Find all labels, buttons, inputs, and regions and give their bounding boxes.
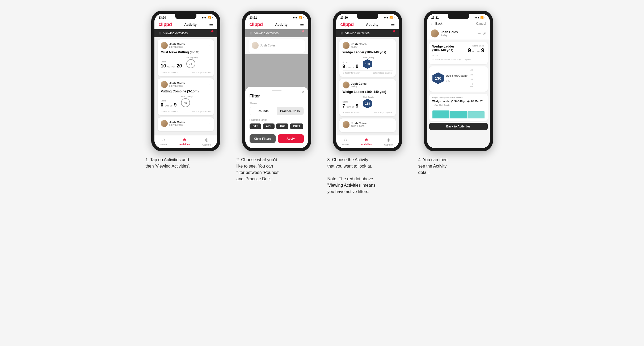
viewing-text-1: Viewing Activities xyxy=(163,31,188,35)
signal-icon-4: ●●● xyxy=(474,16,479,19)
detail-title-block: Wedge Ladder (100–140 yds) Score xyxy=(432,45,461,57)
pill-ott-2[interactable]: OTT xyxy=(250,123,261,129)
red-dot-1 xyxy=(211,30,213,32)
dots-3-1[interactable]: ··· xyxy=(389,43,393,48)
clear-filters-button-2[interactable]: Clear Filters xyxy=(250,134,276,143)
score-label-1-1: Score xyxy=(161,61,182,63)
bottom-nav-1: ⌂ Home ♣ Activities ⊕ Capture xyxy=(154,135,217,148)
activity-card-1-3[interactable]: Josh Coles 28 Feb 2023 ··· xyxy=(158,117,214,131)
scroll-content-1: Josh Coles 28 Feb 2023 ··· Must Make Put… xyxy=(154,37,217,135)
user-info-3-3: Josh Coles 28 Feb 2023 xyxy=(343,121,367,128)
nav-activities-1[interactable]: ♣ Activities xyxy=(179,137,190,146)
chart-area-4: 140 100 50 0 xyxy=(470,69,485,87)
activity-card-1-2[interactable]: Josh Coles 28 Feb 2023 ··· Putting Combi… xyxy=(158,78,214,115)
phone-notch xyxy=(175,14,196,19)
red-dot-3 xyxy=(393,30,395,32)
back-button-4[interactable]: ‹ < Back xyxy=(431,22,443,25)
shots-val-3-2: 9 xyxy=(356,104,359,108)
detail-action-icons-4: ✏ ⤢ xyxy=(478,31,486,36)
info-row2-4: Data: Clippd Capture xyxy=(452,58,472,61)
detail-score-val-4: 9 xyxy=(468,47,471,54)
dots-1-1[interactable]: ··· xyxy=(208,43,211,48)
activity-card-3-3[interactable]: Josh Coles 28 Feb 2023 ··· xyxy=(339,118,396,132)
caption-4: 4. You can then see the Activity detail. xyxy=(417,157,500,176)
home-label-1: Home xyxy=(161,143,167,146)
user-info-3-2: Josh Coles Today xyxy=(343,82,367,88)
phone-1-inner: 13:20 ●●● 📶 ▪ clippd Activity ☰ ⊞ Vie xyxy=(154,14,217,148)
user-text-1-2: Josh Coles 28 Feb 2023 xyxy=(169,82,185,87)
dots-1-2[interactable]: ··· xyxy=(208,82,211,87)
menu-icon-2[interactable]: ☰ xyxy=(300,22,304,27)
logo-2: clippd xyxy=(250,22,263,27)
nav-home-1[interactable]: ⌂ Home xyxy=(161,137,167,146)
show-label-2: Show xyxy=(250,102,304,105)
dots-3-2[interactable]: ··· xyxy=(389,83,393,87)
detail-content-4: Josh Coles Today ✏ ⤢ Wedg xyxy=(427,27,490,148)
signal-icon-1: ●●● xyxy=(202,16,207,19)
pill-app-2[interactable]: APP xyxy=(263,123,275,129)
card-header-3-2: Josh Coles Today ··· xyxy=(343,82,393,88)
filter-modal-2: ✕ Filter Show Rounds Practice Drills Pra… xyxy=(245,87,308,148)
menu-icon-1[interactable]: ☰ xyxy=(209,22,213,27)
toggle-group-2: Rounds Practice Drills xyxy=(250,107,304,115)
activity-card-1-1[interactable]: Josh Coles 28 Feb 2023 ··· Must Make Put… xyxy=(158,39,214,76)
footer-left-1-1: ⊙ Test Information xyxy=(161,71,178,74)
signal-icon-3: ●●● xyxy=(384,16,388,19)
battery-icon-4: ▪ xyxy=(485,16,486,19)
close-icon-2[interactable]: ✕ xyxy=(301,90,304,94)
step-2-column: 13:21 ●●● 📶 ▪ clippd Activity ☰ ⊞ Vie xyxy=(235,11,318,182)
expand-icon-4[interactable]: ⤢ xyxy=(483,31,486,36)
y-label-100: 100 xyxy=(470,74,473,76)
nav-capture-1[interactable]: ⊕ Capture xyxy=(202,137,211,146)
nav-activities-3[interactable]: ♣ Activities xyxy=(361,137,372,146)
y-label-50: 50 xyxy=(470,78,473,80)
outof-3-1: OUT OF xyxy=(347,66,355,69)
toggle-rounds-2[interactable]: Rounds xyxy=(250,107,277,115)
header-title-1: Activity xyxy=(184,23,197,27)
outof-3-2: OUT OF xyxy=(347,106,355,108)
viewing-text-2: Viewing Activities xyxy=(254,31,279,35)
outof-1-1: OUT OF xyxy=(167,66,175,68)
user-text-3-3: Josh Coles 28 Feb 2023 xyxy=(351,122,367,127)
detail-user-info-4: Josh Coles Today xyxy=(431,29,458,37)
activities-label-1: Activities xyxy=(179,143,190,146)
app-header-1: clippd Activity ☰ xyxy=(154,20,217,29)
dotted-line-4 xyxy=(474,77,476,77)
stats-row-1-2: Score 0 OUT OF 9 Shot Quality 45 xyxy=(161,95,211,107)
card-footer-3-1: ⊙ Test Information Data: Clippd Capture xyxy=(343,70,393,74)
detail-title-4: Wedge Ladder (100–140 yds) xyxy=(432,45,461,52)
edit-icon-4[interactable]: ✏ xyxy=(478,31,481,36)
pill-putt-2[interactable]: PUTT xyxy=(290,123,303,129)
pill-arg-2[interactable]: ARG xyxy=(276,123,288,129)
phone-3-inner: 13:20 ●●● 📶 ▪ clippd Activity ☰ ⊞ Viewin… xyxy=(336,14,399,148)
viewing-banner-3[interactable]: ⊞ Viewing Activities xyxy=(336,29,399,37)
activity-card-3-2[interactable]: Josh Coles Today ··· Wedge Ladder (100–1… xyxy=(339,79,396,116)
avatar-3-1 xyxy=(343,42,350,49)
score-val-1-1: 10 xyxy=(161,63,166,68)
battery-icon-3: ▪ xyxy=(394,16,395,19)
info-row1-4: ⊙ Test Information xyxy=(432,58,450,61)
apply-button-2[interactable]: Apply xyxy=(278,134,304,143)
detail-shots-val-4: 9 xyxy=(481,47,484,54)
practice-session-label-4: Player Activity · Practice Session xyxy=(432,96,485,99)
nav-home-3[interactable]: ⌂ Home xyxy=(342,137,349,146)
viewing-banner-1[interactable]: ⊞ Viewing Activities xyxy=(154,29,217,37)
phone-notch-3 xyxy=(357,14,378,19)
scroll-content-3: Josh Coles Today ··· Wedge Ladder (100–1… xyxy=(336,37,399,135)
nav-capture-3[interactable]: ⊕ Capture xyxy=(384,137,393,146)
shots-col-label: Shots xyxy=(479,45,484,47)
back-to-activities-button-4[interactable]: Back to Activities xyxy=(429,123,488,130)
dots-1-3[interactable]: ··· xyxy=(208,121,211,126)
menu-icon-3[interactable]: ☰ xyxy=(391,22,395,27)
bar-chart-4 xyxy=(474,69,476,85)
dots-3-3[interactable]: ··· xyxy=(389,122,393,127)
cancel-button-4[interactable]: Cancel xyxy=(476,22,486,25)
capture-icon-1: ⊕ xyxy=(205,137,209,143)
detail-score-section: Score Shots 9 OUT OF 9 xyxy=(468,45,485,54)
phone-4-inner: 13:21 ●●● 📶 ▪ ‹ < Back Cancel xyxy=(427,14,490,148)
user-info-1-3: Josh Coles 28 Feb 2023 xyxy=(161,120,185,127)
toggle-practice-2[interactable]: Practice Drills xyxy=(277,107,304,115)
activity-card-3-1[interactable]: Josh Coles Today ··· Wedge Ladder (100–1… xyxy=(339,39,396,77)
app-header-3: clippd Activity ☰ xyxy=(336,20,399,29)
detail-info-row-4: ⊙ Test Information Data: Clippd Capture xyxy=(432,58,485,61)
